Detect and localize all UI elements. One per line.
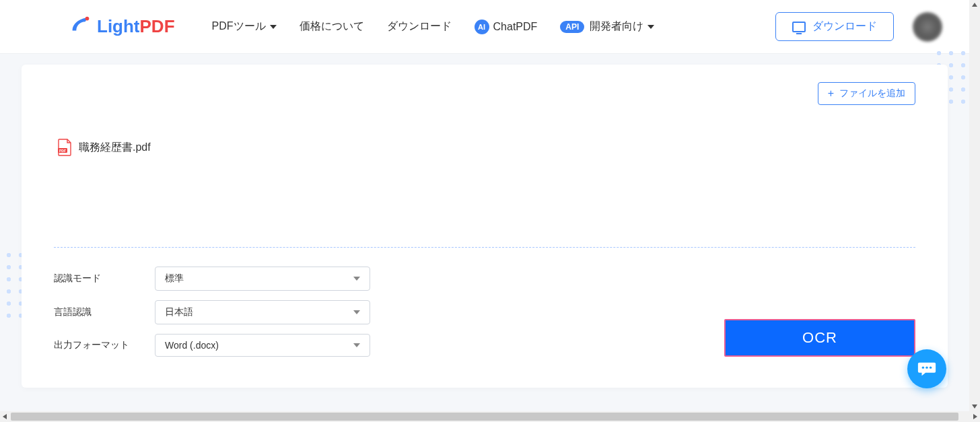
- chat-icon: [917, 359, 937, 379]
- add-file-button[interactable]: + ファイルを追加: [818, 82, 915, 105]
- ai-badge-icon: AI: [475, 20, 489, 34]
- svg-point-5: [930, 366, 932, 368]
- format-value: Word (.docx): [165, 340, 219, 351]
- format-select[interactable]: Word (.docx): [155, 334, 370, 357]
- language-value: 日本語: [165, 306, 193, 318]
- pdf-file-icon: PDF: [57, 139, 72, 156]
- avatar[interactable]: [913, 12, 942, 42]
- logo-word-pdf: PDF: [140, 16, 175, 36]
- add-file-label: ファイルを追加: [839, 87, 905, 100]
- api-badge-icon: API: [560, 21, 584, 33]
- mode-value: 標準: [165, 273, 184, 285]
- scrollbar-horizontal[interactable]: [0, 411, 980, 422]
- scroll-down-icon[interactable]: [972, 405, 977, 409]
- format-label: 出力フォーマット: [54, 339, 141, 351]
- scrollbar-vertical[interactable]: [969, 0, 980, 411]
- scroll-up-icon[interactable]: [972, 3, 977, 7]
- main-content: + ファイルを追加 PDF 職務経歴書.pdf: [0, 54, 969, 388]
- ocr-card: + ファイルを追加 PDF 職務経歴書.pdf: [22, 65, 948, 388]
- header-right: ダウンロード: [775, 12, 942, 42]
- chevron-down-icon: [648, 25, 654, 29]
- file-row[interactable]: PDF 職務経歴書.pdf: [57, 139, 915, 156]
- scroll-thumb-horizontal[interactable]: [11, 413, 958, 421]
- language-select[interactable]: 日本語: [155, 300, 370, 324]
- chevron-down-icon: [270, 25, 277, 29]
- chevron-down-icon: [353, 310, 360, 314]
- scroll-left-icon[interactable]: [3, 414, 7, 419]
- nav-download-label: ダウンロード: [387, 20, 452, 34]
- language-label: 言語認識: [54, 306, 141, 318]
- header: LightPDF PDFツール 価格について ダウンロード AI ChatPDF…: [0, 0, 969, 54]
- logo-text: LightPDF: [97, 16, 175, 37]
- nav-developers-label: 開発者向け: [590, 20, 643, 34]
- divider: [54, 247, 915, 248]
- download-button-label: ダウンロード: [812, 20, 877, 34]
- chevron-down-icon: [353, 343, 360, 347]
- scroll-right-icon[interactable]: [973, 414, 977, 419]
- svg-text:PDF: PDF: [59, 149, 66, 153]
- main-nav: PDFツール 価格について ダウンロード AI ChatPDF API 開発者向…: [212, 20, 655, 34]
- logo-word-light: Light: [97, 16, 140, 36]
- chat-bubble-button[interactable]: [907, 349, 946, 388]
- ocr-button[interactable]: OCR: [724, 319, 915, 357]
- nav-developers[interactable]: API 開発者向け: [560, 20, 654, 34]
- download-button[interactable]: ダウンロード: [775, 12, 894, 41]
- nav-chatpdf[interactable]: AI ChatPDF: [475, 20, 538, 34]
- file-name: 職務経歴書.pdf: [79, 141, 151, 155]
- svg-point-0: [85, 16, 90, 20]
- chevron-down-icon: [353, 277, 360, 281]
- mode-label: 認識モード: [54, 273, 141, 285]
- svg-point-3: [922, 366, 924, 368]
- nav-pdf-tools[interactable]: PDFツール: [212, 20, 277, 34]
- nav-chatpdf-label: ChatPDF: [493, 21, 538, 33]
- nav-pricing[interactable]: 価格について: [300, 20, 364, 34]
- logo[interactable]: LightPDF: [67, 13, 175, 41]
- mode-select[interactable]: 標準: [155, 267, 370, 291]
- plus-icon: +: [828, 88, 834, 99]
- nav-pricing-label: 価格について: [300, 20, 364, 34]
- nav-pdf-tools-label: PDFツール: [212, 20, 266, 34]
- options-column: 認識モード 標準 言語認識 日本語 出力フォ: [54, 267, 370, 357]
- logo-icon: [67, 13, 93, 41]
- svg-point-4: [925, 366, 928, 368]
- nav-download[interactable]: ダウンロード: [387, 20, 452, 34]
- monitor-icon: [792, 22, 806, 32]
